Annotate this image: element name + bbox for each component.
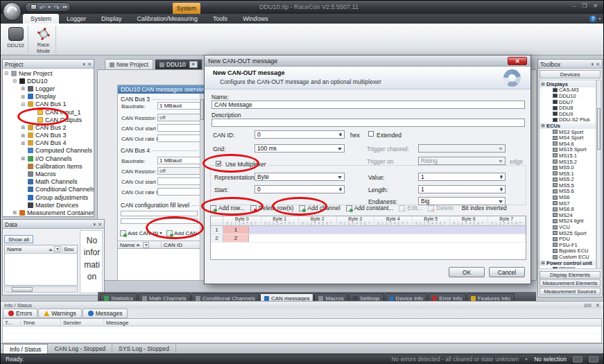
toolbox-scrollbar[interactable]	[596, 80, 601, 269]
contextual-tab-group[interactable]: System	[173, 3, 200, 14]
ribbon-tab[interactable]: Calibration/Measuring	[130, 14, 206, 24]
device-tree-item[interactable]: MS24	[540, 212, 596, 218]
tree-expander-icon[interactable]: ⊟	[541, 261, 545, 265]
device-tree-item[interactable]: Custom ECU	[540, 254, 596, 260]
info-tab[interactable]: Messages	[83, 309, 128, 318]
app-menu-button[interactable]	[3, 2, 21, 21]
project-tree-item[interactable]: CAN Outputs	[3, 116, 94, 123]
ribbon-tab[interactable]: Logger	[59, 14, 94, 24]
device-tree-item[interactable]: MS15.2	[540, 159, 596, 165]
resistor-field[interactable]: off	[157, 167, 205, 175]
save-icon[interactable]	[31, 4, 37, 10]
info-tab[interactable]: Warnings	[38, 309, 82, 318]
pin-icon[interactable]	[83, 62, 86, 67]
name-column-header[interactable]: Name	[5, 246, 49, 252]
start-delay-field[interactable]	[157, 177, 205, 185]
length-spinner[interactable]: 1	[418, 185, 506, 193]
value-spinner[interactable]: 1	[418, 173, 506, 181]
ribbon-tab[interactable]: Windows	[235, 14, 276, 24]
device-tree-item[interactable]: MS6.8	[540, 206, 596, 212]
status-icon[interactable]	[589, 356, 598, 363]
device-tree-item[interactable]: DDU7	[540, 99, 596, 105]
cancel-button[interactable]: Cancel	[489, 267, 525, 277]
device-tree-item[interactable]: MS3 Sport	[540, 129, 596, 135]
description-field[interactable]	[212, 119, 525, 127]
device-tree-item[interactable]: ⊟ Displays	[540, 81, 596, 87]
device-tree-item[interactable]: PDU	[540, 236, 596, 242]
device-tree-item[interactable]: MS5.1	[540, 171, 596, 177]
baudrate-combo[interactable]: 1 MBaud	[157, 157, 205, 164]
close-icon[interactable]	[87, 62, 92, 67]
project-tree-item[interactable]: ⊞ Logger	[3, 85, 94, 92]
device-tree-item[interactable]: DDU-S2 Plus	[540, 117, 596, 123]
name-column-header[interactable]: Name	[118, 242, 161, 248]
redo-icon[interactable]	[53, 1, 59, 13]
tree-expander-icon[interactable]: ⊞	[21, 133, 26, 138]
tree-expander-icon[interactable]: ⊟	[4, 71, 9, 76]
pin-icon[interactable]	[94, 222, 96, 227]
help-dropdown-icon[interactable]	[598, 18, 601, 20]
dock-tab[interactable]: SYS Log - Stopped	[112, 344, 176, 354]
device-tree-item[interactable]: ⊟ ECUs	[540, 123, 596, 129]
source-column-header[interactable]: Sou	[62, 246, 77, 252]
grid-combo[interactable]: 100 ms	[254, 144, 345, 153]
device-tree-item[interactable]: MS5.0	[540, 164, 596, 171]
project-tree-item[interactable]: Macros	[3, 170, 94, 177]
project-tree-item[interactable]: ⊞ CAN Bus 2	[3, 123, 94, 131]
tree-expander-icon[interactable]: ⊞	[12, 210, 17, 215]
toolbar-button[interactable]: Add row...	[210, 205, 245, 211]
tree-expander-icon[interactable]: ⊞	[21, 94, 26, 99]
can-id-column-header[interactable]: CAN ID	[161, 242, 200, 248]
tree-expander-icon[interactable]: ⊟	[12, 78, 17, 83]
document-tab[interactable]: DDU10 ✕	[155, 59, 202, 69]
info-tab[interactable]: Errors	[3, 309, 37, 318]
toolbar-button[interactable]: Delete	[428, 205, 454, 211]
device-tree-item[interactable]: MS25 Sport	[540, 230, 596, 236]
ribbon-button[interactable]: Race Mode	[31, 26, 56, 53]
device-tree-item[interactable]: MS5.6	[540, 189, 596, 195]
dock-tab[interactable]: Info / Status	[3, 344, 48, 354]
project-tree-item[interactable]: Group adjustments	[3, 193, 94, 201]
project-tree-item[interactable]: Computed Channels	[3, 147, 94, 155]
project-tree-item[interactable]: ⊞ Display	[3, 93, 94, 101]
add-can-out-button[interactable]: Add CAN-OUT	[166, 230, 205, 236]
mux-value-cell[interactable]: 1	[223, 226, 249, 234]
tree-expander-icon[interactable]: ⊞	[21, 125, 26, 130]
tree-expander-icon[interactable]: ⊟	[21, 102, 26, 107]
close-button[interactable]: ✕	[592, 3, 599, 9]
row-cells[interactable]	[249, 234, 526, 242]
device-tree-item[interactable]: VCU	[540, 224, 596, 230]
rate-limit-field[interactable]	[157, 188, 205, 196]
device-tree-item[interactable]: MS5.5	[540, 182, 596, 189]
devices-header[interactable]: Devices	[540, 70, 601, 78]
toolbar-button[interactable]: Add constant...	[346, 205, 394, 211]
close-icon[interactable]	[596, 302, 600, 309]
device-tree-item[interactable]: MS7	[540, 200, 596, 207]
filter-icon[interactable]	[143, 242, 149, 248]
status-dropdown-icon[interactable]	[525, 358, 528, 361]
device-tree-item[interactable]: MS15 Sport	[540, 147, 596, 153]
tree-expander-icon[interactable]: ⊟	[541, 123, 545, 128]
rate-limit-field[interactable]	[157, 135, 205, 142]
project-tree-item[interactable]: ⊞ CAN Bus 3	[3, 132, 94, 139]
undo-dropdown-icon[interactable]	[48, 6, 51, 8]
project-tree-item[interactable]: Master Devices	[3, 201, 94, 209]
device-tree-item[interactable]: DDU10	[540, 93, 596, 99]
tab-close-icon[interactable]: ✕	[189, 61, 198, 68]
ribbon-tab[interactable]: Tools	[205, 14, 235, 24]
document-tab[interactable]: New Project	[105, 59, 153, 69]
maximize-button[interactable]: ❐	[580, 3, 588, 9]
device-tree-item[interactable]: MS24 light	[540, 218, 596, 225]
pin-icon[interactable]	[592, 62, 594, 67]
qat-customize-icon[interactable]	[64, 6, 67, 8]
row-cells[interactable]	[249, 226, 526, 234]
toolbox-category-button[interactable]: Measurement Elements	[540, 279, 601, 287]
filter-icon[interactable]	[54, 246, 60, 252]
start-spinner[interactable]: 0	[254, 185, 345, 193]
trigger-on-combo[interactable]: Rising	[418, 157, 506, 165]
representation-combo[interactable]: Byte	[254, 173, 345, 181]
grid-column-header[interactable]: Sender	[61, 319, 104, 326]
device-tree-item[interactable]: PSU-F1	[540, 242, 596, 248]
dock-tab[interactable]: CAN Log - Stopped	[48, 344, 112, 354]
project-tree-item[interactable]: ⊟ DDU10	[3, 77, 94, 85]
